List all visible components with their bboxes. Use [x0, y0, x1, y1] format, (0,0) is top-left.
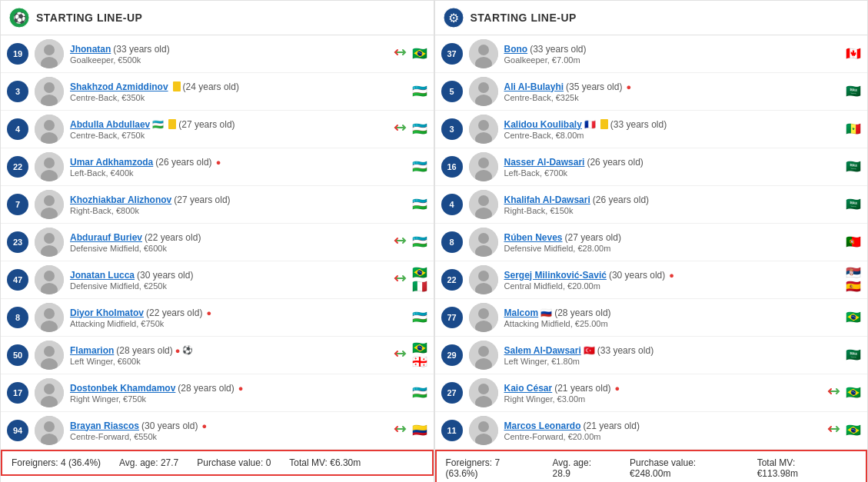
- team-footer: Foreigners: 7 (63.6%)Avg. age: 28.9Purch…: [435, 450, 868, 482]
- svg-point-6: [44, 82, 55, 93]
- player-flags: 🇸🇦: [846, 198, 861, 211]
- player-name-link[interactable]: Abdulla Abdullaev: [70, 119, 150, 130]
- nationality-flag: 🇺🇿: [412, 85, 427, 98]
- player-name-link[interactable]: Bono: [504, 44, 528, 55]
- player-name-link[interactable]: Khozhiakbar Alizhonov: [70, 194, 171, 205]
- player-name-link[interactable]: Shakhzod Azmiddinov: [70, 81, 168, 92]
- player-row: 77 Malcom 🇷🇺 (28 years old)Attacking Mid…: [435, 299, 868, 337]
- player-name-row: Abdulla Abdullaev 🇺🇿 (27 years old): [70, 119, 387, 130]
- substitution-icon: [392, 45, 407, 63]
- player-name-row: Jonatan Lucca (30 years old): [70, 270, 387, 281]
- player-number: 16: [441, 156, 463, 178]
- nationality-flag: 🇺🇿: [412, 161, 427, 173]
- svg-point-12: [44, 158, 55, 168]
- player-action-icons: [392, 346, 407, 364]
- svg-point-18: [44, 233, 55, 244]
- player-info: Jonatan Lucca (30 years old)Defensive Mi…: [70, 270, 387, 291]
- player-detail: Goalkeeper, €7.00m: [504, 55, 822, 65]
- player-detail: Defensive Midfield, €28.00m: [504, 244, 822, 253]
- player-name-row: Abdurauf Buriev (22 years old): [70, 232, 387, 243]
- svg-point-24: [44, 308, 55, 319]
- player-row: 3 Shakhzod Azmiddinov (24 years old)Cent…: [1, 73, 434, 111]
- player-name-link[interactable]: Ali Al-Bulayhi: [504, 81, 564, 92]
- player-flags: 🇵🇹: [846, 236, 861, 248]
- footer-stat-purchase: Purchase value: €248.00m: [630, 457, 739, 479]
- player-detail: Defensive Midfield, €250k: [70, 281, 387, 291]
- player-flags: 🇺🇿: [412, 123, 427, 135]
- footer-stat-avg_age: Avg. age: 27.7: [119, 457, 178, 468]
- player-detail: Centre-Forward, €550k: [70, 432, 387, 441]
- player-name-link[interactable]: Nasser Al-Dawsari: [504, 157, 585, 168]
- nationality-flag: 🇺🇿: [412, 387, 427, 399]
- svg-point-33: [44, 421, 55, 432]
- nationality-flag: 🇸🇦: [846, 85, 861, 98]
- player-name-link[interactable]: Marcos Leonardo: [504, 421, 581, 431]
- player-detail: Centre-Forward, €20.00m: [504, 432, 822, 441]
- player-action-icons: [826, 384, 841, 402]
- player-name-row: Khozhiakbar Alizhonov (27 years old): [70, 194, 387, 205]
- player-avatar: [469, 77, 498, 106]
- svg-point-3: [44, 45, 55, 55]
- team-footer: Foreigners: 4 (36.4%)Avg. age: 27.7Purch…: [1, 450, 434, 476]
- player-detail: Centre-Back, €8.00m: [504, 131, 822, 140]
- substitution-icon: [392, 421, 407, 440]
- player-row: 29 Salem Al-Dawsari 🇹🇷 (33 years old)Lef…: [435, 337, 868, 374]
- player-avatar: [469, 416, 498, 445]
- player-name-row: Nasser Al-Dawsari (26 years old): [504, 157, 822, 168]
- player-info: Ali Al-Bulayhi (35 years old) ●Centre-Ba…: [504, 81, 822, 102]
- player-number: 5: [441, 81, 463, 102]
- player-name-link[interactable]: Jonatan Lucca: [70, 270, 135, 281]
- player-info: Rúben Neves (27 years old)Defensive Midf…: [504, 232, 822, 253]
- player-name-link[interactable]: Salem Al-Dawsari: [504, 345, 581, 356]
- player-name-link[interactable]: Umar Adkhamzoda: [70, 157, 153, 168]
- red-substitution-icon: ●: [206, 308, 211, 317]
- player-flags: 🇸🇦: [846, 161, 861, 173]
- player-name-link[interactable]: Kaio César: [504, 383, 553, 394]
- player-action-icons: [392, 271, 407, 289]
- player-name-link[interactable]: Rúben Neves: [504, 232, 563, 243]
- player-name-row: Salem Al-Dawsari 🇹🇷 (33 years old): [504, 345, 822, 356]
- player-name-link[interactable]: Kalidou Koulibaly: [504, 119, 582, 130]
- player-name-link[interactable]: Diyor Kholmatov: [70, 307, 144, 318]
- player-row: 50 Flamarion (28 years old) ● ⚽Left Wing…: [1, 337, 434, 374]
- player-number: 3: [441, 118, 463, 140]
- player-name-link[interactable]: Brayan Riascos: [70, 421, 139, 431]
- player-info: Kaio César (21 years old) ●Right Winger,…: [504, 383, 822, 404]
- player-age: (26 years old): [587, 157, 643, 168]
- player-number: 8: [441, 231, 463, 253]
- player-age: (33 years old): [530, 44, 586, 55]
- player-avatar: [469, 265, 498, 294]
- player-detail: Attacking Midfield, €25.00m: [504, 319, 822, 328]
- player-name-link[interactable]: Flamarion: [70, 345, 114, 356]
- player-info: Khalifah Al-Dawsari (26 years old)Right-…: [504, 194, 822, 215]
- player-name-row: Shakhzod Azmiddinov (24 years old): [70, 81, 387, 92]
- substitution-icon: [392, 271, 407, 289]
- player-detail: Left Winger, €600k: [70, 357, 387, 366]
- player-flags: 🇨🇦: [846, 48, 861, 60]
- player-number: 29: [441, 344, 463, 366]
- player-name-link[interactable]: Khalifah Al-Dawsari: [504, 194, 590, 205]
- player-detail: Right Winger, €750k: [70, 394, 387, 404]
- red-substitution-icon: ●: [238, 384, 244, 393]
- player-age: (27 years old): [178, 119, 234, 130]
- nationality-flag: 🇧🇷: [846, 387, 861, 399]
- player-flags: 🇧🇷🇬🇪: [412, 342, 427, 368]
- player-detail: Central Midfield, €20.00m: [504, 281, 822, 291]
- player-info: Sergej Milinković-Savić (30 years old) ●…: [504, 270, 822, 291]
- player-name-row: Jhonatan (33 years old): [70, 44, 387, 55]
- player-name-row: Bono (33 years old): [504, 44, 822, 55]
- player-number: 3: [7, 81, 28, 102]
- player-name-link[interactable]: Jhonatan: [70, 44, 111, 55]
- team-header: ⚙ STARTING LINE-UP: [435, 1, 868, 35]
- player-name-link[interactable]: Malcom: [504, 307, 539, 318]
- player-name-link[interactable]: Abdurauf Buriev: [70, 232, 142, 243]
- player-avatar: [35, 303, 64, 332]
- svg-point-27: [44, 346, 55, 357]
- player-name-link[interactable]: Sergej Milinković-Savić: [504, 270, 607, 281]
- footer-stat-total_mv: Total MV: €6.30m: [289, 457, 361, 468]
- substitution-icon: [826, 384, 841, 402]
- red-substitution-icon: ●: [615, 384, 620, 393]
- svg-point-59: [478, 308, 489, 319]
- nationality-flag: 🇧🇷: [412, 48, 427, 60]
- player-name-link[interactable]: Dostonbek Khamdamov: [70, 383, 175, 394]
